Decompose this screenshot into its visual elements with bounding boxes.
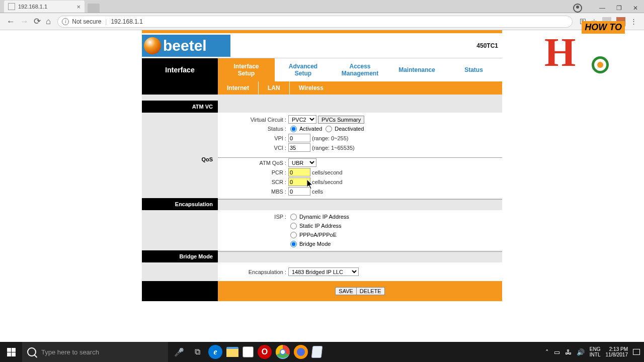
taskbar-explorer[interactable] <box>226 347 238 357</box>
taskbar-opera[interactable]: O <box>258 345 272 359</box>
nav-status[interactable]: Status <box>445 58 502 81</box>
pcr-label: PCR : <box>218 169 288 175</box>
browser-toolbar: ← → ⟳ ⌂ i Not secure | 192.168.1.1 ⚿ ☆ ⋮ <box>0 13 644 30</box>
tray-notifications-icon[interactable] <box>633 349 640 355</box>
home-icon[interactable]: ⌂ <box>43 17 53 27</box>
url-text: 192.168.1.1 <box>111 18 142 25</box>
taskbar-notepad[interactable] <box>311 346 323 358</box>
taskbar-chrome[interactable] <box>276 345 290 359</box>
vpi-input[interactable] <box>288 134 310 142</box>
search-placeholder: Type here to search <box>41 348 99 356</box>
nav-advanced-setup[interactable]: AdvancedSetup <box>275 58 332 81</box>
tab-title: 192.168.1.1 <box>18 4 47 10</box>
atmqos-label: ATM QoS : <box>218 160 288 166</box>
taskbar-firefox[interactable] <box>294 345 308 359</box>
section-bridge-header: Bridge Mode <box>142 250 502 262</box>
extension-icon-1[interactable] <box>602 17 611 26</box>
subnav-internet[interactable]: Internet <box>218 81 259 95</box>
logo-icon <box>144 37 161 54</box>
close-window-icon[interactable]: ✕ <box>633 5 638 12</box>
tray-language[interactable]: ENGINTL <box>590 346 601 357</box>
start-button[interactable] <box>0 342 22 362</box>
account-icon[interactable] <box>573 4 582 13</box>
isp-dynamic-radio[interactable] <box>290 214 297 220</box>
page-content: beetel 450TC1 Interface InterfaceSetup A… <box>0 30 644 342</box>
isp-dynamic-text: Dynamic IP Address <box>299 214 349 220</box>
virtual-circuit-select[interactable]: PVC2 <box>288 115 316 124</box>
save-button[interactable]: SAVE <box>335 287 356 295</box>
close-tab-icon[interactable]: × <box>76 3 80 11</box>
taskbar-store[interactable] <box>243 346 254 357</box>
isp-label: ISP : <box>218 214 288 220</box>
isp-static-radio[interactable] <box>290 223 297 229</box>
status-deactivated-radio[interactable] <box>326 126 332 132</box>
system-tray: ˄ ▭ 🖧 🔊 ENGINTL 2:13 PM11/8/2017 <box>545 346 644 357</box>
back-icon[interactable]: ← <box>4 17 18 27</box>
encap-label: Encapsulation : <box>218 269 288 275</box>
cortana-mic-icon[interactable]: 🎤 <box>172 345 186 359</box>
subnav-lan[interactable]: LAN <box>259 81 290 95</box>
omnibox[interactable]: i Not secure | 192.168.1.1 <box>57 16 573 28</box>
forward-icon: → <box>18 17 31 27</box>
status-activated-radio[interactable] <box>290 126 297 132</box>
key-icon[interactable]: ⚿ <box>580 18 586 25</box>
tray-clock[interactable]: 2:13 PM11/8/2017 <box>606 346 628 357</box>
section-encap-body: ISP : Dynamic IP Address Static IP Addre… <box>142 210 502 250</box>
nav-interface-setup[interactable]: InterfaceSetup <box>218 58 275 81</box>
brand-name: beetel <box>163 37 207 54</box>
mbs-unit: cells <box>312 189 323 195</box>
subnav-wireless[interactable]: Wireless <box>290 81 333 95</box>
section-encap-sidebar <box>142 210 218 250</box>
security-label: Not secure <box>72 18 101 25</box>
vc-label: Virtual Circuit : <box>218 117 288 123</box>
search-box[interactable]: Type here to search <box>22 342 168 362</box>
scr-input[interactable] <box>288 177 310 186</box>
isp-pppoe-radio[interactable] <box>290 232 297 238</box>
taskbar-edge[interactable]: e <box>208 345 222 359</box>
browser-tab[interactable]: 192.168.1.1 × <box>4 1 85 13</box>
page-icon <box>8 3 15 10</box>
section-title-encap: Encapsulation <box>142 198 218 210</box>
reload-icon[interactable]: ⟳ <box>31 16 43 27</box>
brand-row: beetel 450TC1 <box>142 33 502 58</box>
tray-volume-icon[interactable]: 🔊 <box>577 348 585 356</box>
nav-maintenance[interactable]: Maintenance <box>388 58 445 81</box>
isp-pppoe-text: PPPoA/PPPoE <box>299 232 337 238</box>
atm-qos-select[interactable]: UBR <box>288 158 316 167</box>
isp-bridge-radio[interactable] <box>290 241 297 247</box>
isp-bridge-text: Bridge Mode <box>299 241 331 247</box>
status-deactivated-text: Deactivated <box>335 126 364 132</box>
nav-section-title: Interface <box>142 58 218 81</box>
pvcs-summary-button[interactable]: PVCs Summary <box>318 116 364 124</box>
nav-access-management[interactable]: AccessManagement <box>332 58 388 81</box>
section-encap-header: Encapsulation <box>142 198 502 210</box>
task-view-icon[interactable]: ⧉ <box>190 345 204 359</box>
main-nav: Interface InterfaceSetup AdvancedSetup A… <box>142 58 502 81</box>
menu-icon[interactable]: ⋮ <box>630 18 637 25</box>
info-icon[interactable]: i <box>62 18 69 25</box>
maximize-icon[interactable]: ❐ <box>616 5 622 12</box>
star-icon[interactable]: ☆ <box>591 18 597 25</box>
section-gap <box>142 95 502 101</box>
tray-chevron-icon[interactable]: ˄ <box>545 348 549 356</box>
new-tab-button[interactable] <box>88 4 100 13</box>
minimize-icon[interactable]: — <box>599 5 605 12</box>
search-icon <box>27 347 36 356</box>
form-footer: SAVE DELETE <box>142 281 502 301</box>
vpi-label: VPI : <box>218 135 288 141</box>
extension-icon-2[interactable] <box>616 17 625 26</box>
section-title-atm: ATM VC <box>142 101 218 113</box>
mbs-input[interactable] <box>288 187 310 196</box>
sub-nav-spacer <box>142 81 218 95</box>
mbs-label: MBS : <box>218 189 288 195</box>
pcr-input[interactable] <box>288 168 310 176</box>
delete-button[interactable]: DELETE <box>356 287 385 295</box>
isp-static-text: Static IP Address <box>299 223 342 229</box>
vci-input[interactable] <box>288 143 310 152</box>
tray-network-icon[interactable]: 🖧 <box>565 348 572 356</box>
scr-label: SCR : <box>218 179 288 185</box>
tray-battery-icon[interactable]: ▭ <box>554 348 560 356</box>
encap-select[interactable]: 1483 Bridged IP LLC <box>288 267 359 276</box>
taskbar: Type here to search 🎤 ⧉ e O ˄ ▭ 🖧 🔊 ENGI… <box>0 342 644 362</box>
status-label: Status : <box>218 126 288 132</box>
